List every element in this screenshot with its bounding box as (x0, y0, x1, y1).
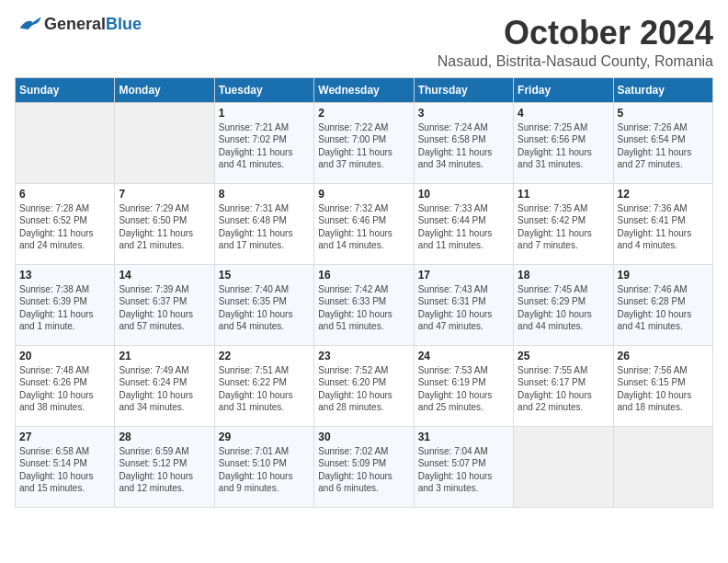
day-number: 22 (219, 350, 310, 362)
month-title: October 2024 (438, 15, 713, 52)
day-number: 26 (618, 350, 709, 362)
day-number: 8 (219, 188, 310, 201)
calendar-cell: 5Sunrise: 7:26 AMSunset: 6:54 PMDaylight… (613, 102, 712, 183)
logo-general: General (44, 15, 106, 33)
calendar-cell: 24Sunrise: 7:53 AMSunset: 6:19 PMDayligh… (414, 345, 513, 426)
calendar-cell: 30Sunrise: 7:02 AMSunset: 5:09 PMDayligh… (314, 426, 414, 507)
day-number: 2 (318, 107, 409, 120)
day-info: Sunrise: 7:26 AMSunset: 6:54 PMDaylight:… (618, 121, 709, 171)
calendar-cell: 23Sunrise: 7:52 AMSunset: 6:20 PMDayligh… (314, 345, 414, 426)
calendar-cell: 22Sunrise: 7:51 AMSunset: 6:22 PMDayligh… (214, 345, 313, 426)
calendar-cell: 9Sunrise: 7:32 AMSunset: 6:46 PMDaylight… (314, 183, 414, 264)
day-number: 21 (119, 350, 210, 362)
day-info: Sunrise: 7:49 AMSunset: 6:24 PMDaylight:… (119, 364, 210, 414)
week-row-1: 1Sunrise: 7:21 AMSunset: 7:02 PMDaylight… (16, 102, 713, 183)
location-title: Nasaud, Bistrita-Nasaud County, Romania (438, 53, 713, 70)
day-info: Sunrise: 7:02 AMSunset: 5:09 PMDaylight:… (318, 445, 409, 495)
day-number: 23 (318, 350, 409, 362)
logo-blue: Blue (106, 15, 142, 33)
day-number: 24 (418, 350, 509, 362)
day-info: Sunrise: 7:55 AMSunset: 6:17 PMDaylight:… (518, 364, 609, 414)
calendar-cell: 15Sunrise: 7:40 AMSunset: 6:35 PMDayligh… (214, 264, 313, 345)
day-info: Sunrise: 7:45 AMSunset: 6:29 PMDaylight:… (518, 283, 609, 333)
day-info: Sunrise: 7:53 AMSunset: 6:19 PMDaylight:… (418, 364, 509, 414)
day-number: 19 (618, 269, 709, 282)
day-info: Sunrise: 7:56 AMSunset: 6:15 PMDaylight:… (618, 364, 709, 414)
calendar-cell: 28Sunrise: 6:59 AMSunset: 5:12 PMDayligh… (115, 426, 214, 507)
calendar-cell: 14Sunrise: 7:39 AMSunset: 6:37 PMDayligh… (115, 264, 214, 345)
week-row-4: 20Sunrise: 7:48 AMSunset: 6:26 PMDayligh… (16, 345, 713, 426)
calendar-body: 1Sunrise: 7:21 AMSunset: 7:02 PMDaylight… (16, 102, 713, 507)
header-day-wednesday: Wednesday (314, 77, 414, 102)
day-number: 27 (19, 431, 110, 443)
day-info: Sunrise: 7:04 AMSunset: 5:07 PMDaylight:… (418, 445, 509, 495)
day-info: Sunrise: 7:38 AMSunset: 6:39 PMDaylight:… (19, 283, 110, 333)
day-info: Sunrise: 7:33 AMSunset: 6:44 PMDaylight:… (418, 202, 509, 252)
day-number: 17 (418, 269, 509, 282)
day-number: 1 (219, 107, 310, 120)
day-number: 13 (19, 269, 110, 282)
day-info: Sunrise: 7:21 AMSunset: 7:02 PMDaylight:… (219, 121, 310, 171)
calendar-cell: 18Sunrise: 7:45 AMSunset: 6:29 PMDayligh… (514, 264, 613, 345)
calendar-cell: 21Sunrise: 7:49 AMSunset: 6:24 PMDayligh… (115, 345, 214, 426)
calendar-cell: 17Sunrise: 7:43 AMSunset: 6:31 PMDayligh… (414, 264, 513, 345)
day-number: 6 (19, 188, 110, 201)
day-info: Sunrise: 7:42 AMSunset: 6:33 PMDaylight:… (318, 283, 409, 333)
calendar-cell: 26Sunrise: 7:56 AMSunset: 6:15 PMDayligh… (613, 345, 712, 426)
day-number: 18 (518, 269, 609, 282)
day-info: Sunrise: 7:48 AMSunset: 6:26 PMDaylight:… (19, 364, 110, 414)
day-number: 15 (219, 269, 310, 282)
calendar-cell: 31Sunrise: 7:04 AMSunset: 5:07 PMDayligh… (414, 426, 513, 507)
day-info: Sunrise: 7:39 AMSunset: 6:37 PMDaylight:… (119, 283, 210, 333)
day-number: 14 (119, 269, 210, 282)
calendar-cell: 16Sunrise: 7:42 AMSunset: 6:33 PMDayligh… (314, 264, 414, 345)
week-row-5: 27Sunrise: 6:58 AMSunset: 5:14 PMDayligh… (16, 426, 713, 507)
calendar-cell: 27Sunrise: 6:58 AMSunset: 5:14 PMDayligh… (16, 426, 115, 507)
header-day-thursday: Thursday (414, 77, 513, 102)
logo: GeneralBlue (15, 15, 142, 35)
day-info: Sunrise: 7:31 AMSunset: 6:48 PMDaylight:… (219, 202, 310, 252)
day-info: Sunrise: 7:51 AMSunset: 6:22 PMDaylight:… (219, 364, 310, 414)
calendar-header: SundayMondayTuesdayWednesdayThursdayFrid… (16, 77, 713, 102)
day-info: Sunrise: 7:22 AMSunset: 7:00 PMDaylight:… (318, 121, 409, 171)
day-number: 29 (219, 431, 310, 443)
day-number: 3 (418, 107, 509, 120)
day-info: Sunrise: 7:43 AMSunset: 6:31 PMDaylight:… (418, 283, 509, 333)
title-section: October 2024 Nasaud, Bistrita-Nasaud Cou… (438, 15, 713, 70)
calendar-cell: 8Sunrise: 7:31 AMSunset: 6:48 PMDaylight… (214, 183, 313, 264)
day-number: 4 (518, 107, 609, 120)
calendar-cell: 20Sunrise: 7:48 AMSunset: 6:26 PMDayligh… (16, 345, 115, 426)
day-info: Sunrise: 7:36 AMSunset: 6:41 PMDaylight:… (618, 202, 709, 252)
header-row: SundayMondayTuesdayWednesdayThursdayFrid… (16, 77, 713, 102)
day-number: 25 (518, 350, 609, 362)
calendar-cell: 19Sunrise: 7:46 AMSunset: 6:28 PMDayligh… (613, 264, 712, 345)
day-info: Sunrise: 7:52 AMSunset: 6:20 PMDaylight:… (318, 364, 409, 414)
calendar-cell (115, 102, 214, 183)
calendar-cell: 25Sunrise: 7:55 AMSunset: 6:17 PMDayligh… (514, 345, 613, 426)
day-info: Sunrise: 7:25 AMSunset: 6:56 PMDaylight:… (518, 121, 609, 171)
day-info: Sunrise: 7:29 AMSunset: 6:50 PMDaylight:… (119, 202, 210, 252)
calendar-cell: 1Sunrise: 7:21 AMSunset: 7:02 PMDaylight… (214, 102, 313, 183)
calendar-table: SundayMondayTuesdayWednesdayThursdayFrid… (15, 77, 713, 508)
header-day-monday: Monday (115, 77, 214, 102)
day-number: 7 (119, 188, 210, 201)
calendar-cell: 12Sunrise: 7:36 AMSunset: 6:41 PMDayligh… (613, 183, 712, 264)
calendar-cell: 2Sunrise: 7:22 AMSunset: 7:00 PMDaylight… (314, 102, 414, 183)
logo-icon (17, 15, 42, 35)
day-info: Sunrise: 7:01 AMSunset: 5:10 PMDaylight:… (219, 445, 310, 495)
calendar-cell (514, 426, 613, 507)
day-number: 9 (318, 188, 409, 201)
calendar-cell: 11Sunrise: 7:35 AMSunset: 6:42 PMDayligh… (514, 183, 613, 264)
calendar-cell: 6Sunrise: 7:28 AMSunset: 6:52 PMDaylight… (16, 183, 115, 264)
calendar-cell: 3Sunrise: 7:24 AMSunset: 6:58 PMDaylight… (414, 102, 513, 183)
day-number: 11 (518, 188, 609, 201)
calendar-cell: 7Sunrise: 7:29 AMSunset: 6:50 PMDaylight… (115, 183, 214, 264)
day-info: Sunrise: 7:24 AMSunset: 6:58 PMDaylight:… (418, 121, 509, 171)
calendar-cell (613, 426, 712, 507)
calendar-cell: 10Sunrise: 7:33 AMSunset: 6:44 PMDayligh… (414, 183, 513, 264)
calendar-cell: 13Sunrise: 7:38 AMSunset: 6:39 PMDayligh… (16, 264, 115, 345)
day-info: Sunrise: 7:32 AMSunset: 6:46 PMDaylight:… (318, 202, 409, 252)
day-info: Sunrise: 6:58 AMSunset: 5:14 PMDaylight:… (19, 445, 110, 495)
week-row-2: 6Sunrise: 7:28 AMSunset: 6:52 PMDaylight… (16, 183, 713, 264)
calendar-cell (16, 102, 115, 183)
